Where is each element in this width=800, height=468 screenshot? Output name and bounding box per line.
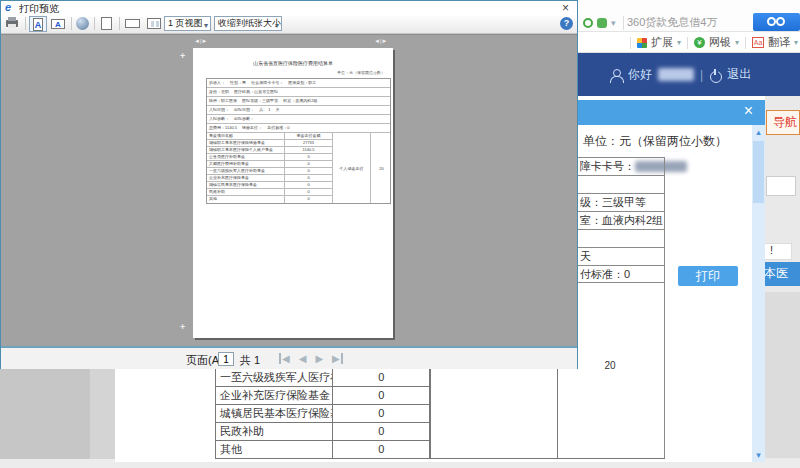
fund-value-cell: 0	[285, 161, 332, 167]
divider	[71, 17, 72, 30]
document-unit-note: 单位：元（保留两位小数）	[337, 70, 385, 75]
power-icon	[709, 69, 721, 81]
help-icon[interactable]: ?	[560, 17, 573, 30]
document-fund-row: 大额医疗费用补助基金 0	[207, 161, 332, 168]
fund-label-cell: 其他	[216, 441, 333, 458]
portrait-button[interactable]: A	[29, 16, 47, 32]
document-fund-row: 公务员医疗补助基金 0	[207, 154, 332, 161]
document-fund-row: 其他 0	[207, 196, 332, 203]
print-preview-toolbar: A A 1 页视图▾ 收缩到纸张大小▾ ?	[1, 15, 577, 34]
table-row: 民政补助 0	[215, 422, 430, 440]
unit-note: 单位：元（保留两位小数）	[583, 133, 727, 150]
fund-label-cell: 其他	[207, 196, 285, 203]
close-icon[interactable]: ×	[562, 1, 569, 15]
print-document-button[interactable]	[4, 16, 22, 32]
page-number-input[interactable]	[218, 352, 234, 366]
divider	[94, 17, 95, 30]
prev-page-icon[interactable]: ◀	[299, 353, 307, 364]
site-header-user-area: 你好 | 退出	[610, 66, 751, 83]
table-row: 城镇居民基本医疗保险基金 0	[215, 404, 430, 422]
toolbar-item-extensions[interactable]: 扩展	[651, 35, 673, 50]
divider	[745, 37, 746, 49]
logout-link[interactable]: 退出	[727, 66, 751, 83]
print-button[interactable]: 打印	[678, 266, 738, 286]
fund-value-cell: 0	[285, 168, 332, 174]
table-row: 企业补充医疗保险基金 0	[215, 386, 430, 404]
greeting-text: 你好	[628, 66, 652, 83]
fund-value-cell: 0	[333, 369, 430, 386]
fund-value-cell: 0	[285, 182, 332, 188]
nav-button-partial[interactable]: 导航	[766, 110, 800, 135]
page-setup-button[interactable]	[75, 16, 91, 32]
browser-360-button[interactable]	[753, 13, 800, 31]
fund-value-cell: 0	[285, 154, 332, 160]
document-fund-row: 企业补充医疗保险基金 0	[207, 175, 332, 182]
margin-handle[interactable]: ◄|►	[374, 38, 387, 44]
table-row: 一至六级残疾军人医疗补助基金 0	[215, 368, 430, 386]
address-bar-text[interactable]: 360贷款免息借4万	[627, 15, 717, 30]
full-page-view-button[interactable]	[99, 16, 115, 32]
bank-shield-icon[interactable]: ¥	[694, 37, 705, 48]
scrollbar-thumb[interactable]	[753, 141, 764, 203]
chevron-down-icon: ▾	[275, 19, 279, 32]
chevron-down-icon[interactable]: ▾	[677, 38, 681, 47]
full-width-view-button[interactable]	[124, 16, 142, 32]
multi-page-view-button[interactable]	[146, 16, 164, 32]
next-page-icon[interactable]: ▶	[315, 353, 323, 364]
translate-icon[interactable]: Aa	[752, 37, 764, 48]
document-fund-row: 一至六级残疾军人医疗补助基金 0	[207, 168, 332, 175]
fund-value-cell: 27733	[285, 140, 332, 146]
first-page-icon[interactable]: ◀	[279, 353, 290, 364]
redacted-username	[658, 68, 694, 81]
multi-page-icon	[147, 18, 161, 29]
wide-page-icon	[125, 19, 140, 28]
document-header-rows: 就诊人： 性别：男 社会保障卡卡号： 医保类别：职工 身份：在职 医疗机构：山东…	[207, 79, 390, 133]
scroll-down-icon[interactable]: ▾	[752, 448, 765, 462]
document-header-row: 身份：在职 医疗机构：山东省立医院	[207, 88, 390, 97]
360-logo-icon	[776, 17, 785, 26]
landscape-page-icon: A	[51, 19, 65, 29]
print-preview-statusbar: 页面(A) 共 1 ◀ ◀ ▶ ▶	[1, 346, 577, 369]
close-icon[interactable]: ×	[744, 102, 753, 120]
last-page-icon[interactable]: ▶	[332, 353, 343, 364]
table-border	[430, 368, 431, 458]
page-left-gray-panel	[0, 368, 90, 468]
site-safety-icon[interactable]	[583, 18, 593, 28]
ie-icon: e	[5, 2, 16, 13]
divider: |	[700, 68, 703, 82]
document-merged-cells: 个人现金支付 20	[332, 133, 392, 203]
page-total-label: 共 1	[240, 353, 260, 368]
margin-handle[interactable]: +	[180, 52, 185, 60]
address-bar-icons: ▾	[583, 16, 627, 30]
rail-input-box[interactable]	[766, 176, 796, 196]
screen: ▾ 360贷款免息借4万 扩展 ▾ ¥ 网银 ▾ Aa 翻译 ▾ 截图 你好 |…	[0, 0, 800, 468]
fund-label-cell: 城镇职工基本医疗保险统筹基金	[207, 140, 285, 146]
chevron-down-icon[interactable]: ▾	[735, 38, 739, 47]
divider	[687, 37, 688, 49]
merged-cell-right: 20	[370, 133, 392, 203]
user-icon	[610, 69, 622, 81]
margin-handle[interactable]: ◄|►	[194, 38, 207, 44]
document-header-row: 入院诊断： 出院诊断：	[207, 115, 390, 124]
fund-label-cell: 民政补助	[207, 189, 285, 195]
toolbar-item-translate[interactable]: 翻译	[768, 35, 790, 50]
divider	[25, 17, 26, 30]
site-mode-icon[interactable]	[597, 18, 607, 28]
page-view-select[interactable]: 1 页视图▾	[164, 16, 211, 31]
globe-icon	[76, 17, 89, 30]
rail-alert-box: !	[764, 243, 792, 260]
landscape-button[interactable]: A	[50, 16, 68, 32]
margin-handle[interactable]: +	[180, 323, 185, 331]
page-nav-buttons: ◀ ◀ ▶ ▶	[279, 353, 343, 364]
browser-toolbar-items: 扩展 ▾ ¥ 网银 ▾ Aa 翻译 ▾ 截图	[628, 35, 800, 50]
shrink-to-fit-select[interactable]: 收缩到纸张大小▾	[214, 16, 282, 31]
toolbar-item-bank[interactable]: 网银	[709, 35, 731, 50]
scroll-up-icon[interactable]: ▴	[752, 125, 765, 139]
fund-label-cell: 企业补充医疗保险基金	[207, 175, 285, 181]
extensions-icon[interactable]	[637, 38, 647, 48]
print-preview-titlebar[interactable]: e 打印预览 ×	[1, 1, 577, 15]
redacted-card-number	[635, 161, 687, 172]
dialog-scrollbar[interactable]: ▴ ▾	[752, 125, 765, 462]
chevron-down-icon[interactable]: ▾	[611, 18, 616, 28]
chevron-down-icon[interactable]: ▾	[794, 38, 798, 47]
